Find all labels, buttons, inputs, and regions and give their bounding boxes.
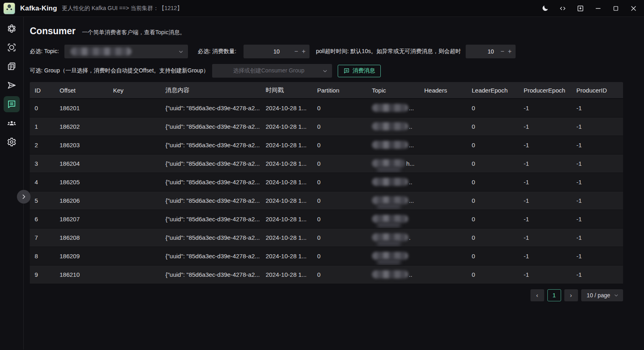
pagination-next-button[interactable]: › bbox=[564, 289, 578, 301]
cell-partition: 0 bbox=[312, 154, 367, 173]
pagination-page-1-button[interactable]: 1 bbox=[547, 289, 561, 301]
cell-leader-epoch: 0 bbox=[467, 99, 519, 117]
download-button[interactable] bbox=[574, 2, 587, 14]
cell-offset: 186210 bbox=[55, 265, 108, 284]
cell-producer-id: -1 bbox=[572, 99, 623, 117]
code-button[interactable] bbox=[556, 2, 569, 14]
topic-label: 必选: Topic: bbox=[30, 48, 59, 55]
cell-id: 9 bbox=[30, 265, 55, 284]
cell-offset: 186209 bbox=[55, 247, 108, 265]
titlebar: Kafka-King 更人性化的 Kafka GUI ==> 当前集群：【121… bbox=[0, 0, 644, 17]
close-button[interactable] bbox=[627, 2, 640, 14]
cell-producer-epoch: -1 bbox=[519, 191, 572, 210]
cell-partition: 0 bbox=[312, 173, 367, 191]
cell-timestamp: 2024-10-28 1... bbox=[261, 191, 312, 210]
poll-increment-button[interactable]: + bbox=[508, 48, 512, 55]
cell-producer-epoch: -1 bbox=[519, 117, 572, 136]
sidebar-item-settings[interactable] bbox=[4, 134, 20, 150]
count-increment-button[interactable]: + bbox=[302, 48, 305, 55]
cell-leader-epoch: 0 bbox=[467, 265, 519, 284]
sidebar-item-consumer[interactable] bbox=[4, 96, 20, 112]
download-icon bbox=[576, 4, 584, 12]
sidebar-item-cluster[interactable] bbox=[4, 21, 20, 37]
cell-leader-epoch: 0 bbox=[467, 210, 519, 228]
count-input[interactable]: 10 − + bbox=[244, 45, 310, 58]
cell-key bbox=[108, 265, 161, 284]
cell-producer-id: -1 bbox=[572, 136, 623, 154]
sidebar-expand-button[interactable] bbox=[17, 190, 31, 204]
topic-select[interactable] bbox=[64, 45, 188, 58]
column-header: Key bbox=[108, 82, 161, 99]
cell-id: 5 bbox=[30, 191, 55, 210]
maximize-button[interactable] bbox=[609, 2, 622, 14]
cell-id: 3 bbox=[30, 154, 55, 173]
sidebar-item-broker[interactable] bbox=[4, 39, 20, 56]
cell-id: 4 bbox=[30, 173, 55, 191]
minimize-icon bbox=[594, 4, 602, 12]
cell-leader-epoch: 0 bbox=[467, 117, 519, 136]
table-row[interactable]: 4186205{"uuid": "85d6a3ec-d39e-4278-a2..… bbox=[30, 173, 623, 191]
settings-icon bbox=[7, 137, 17, 147]
sidebar-item-topics[interactable] bbox=[4, 58, 20, 74]
consume-messages-button[interactable]: 消费消息 bbox=[338, 65, 381, 77]
cell-timestamp: 2024-10-28 1... bbox=[261, 173, 312, 191]
cell-topic bbox=[367, 247, 419, 265]
cell-key bbox=[108, 247, 161, 265]
consumer-form-row-1: 必选: Topic: 必选: 消费数量: 10 − + poll超时时间: 默认… bbox=[30, 45, 623, 58]
table-row[interactable]: 2186203{"uuid": "85d6a3ec-d39e-4278-a2..… bbox=[30, 136, 623, 154]
cell-topic: ... bbox=[367, 191, 419, 210]
count-label: 必选: 消费数量: bbox=[198, 48, 236, 55]
groups-icon bbox=[7, 118, 17, 128]
chevron-down-icon bbox=[178, 49, 184, 55]
cell-message: {"uuid": "85d6a3ec-d39e-4278-a2... bbox=[161, 173, 261, 191]
poll-decrement-button[interactable]: − bbox=[501, 48, 504, 55]
sidebar-item-producer[interactable] bbox=[4, 77, 20, 93]
cell-message: {"uuid": "85d6a3ec-d39e-4278-a2... bbox=[161, 210, 261, 228]
table-row[interactable]: 3186204{"uuid": "85d6a3ec-d39e-4278-a2..… bbox=[30, 154, 623, 173]
column-header: Headers bbox=[419, 82, 467, 99]
count-steppers: − + bbox=[294, 45, 305, 58]
cell-message: {"uuid": "85d6a3ec-d39e-4278-a2... bbox=[161, 99, 261, 117]
table-row[interactable]: 1186202{"uuid": "85d6a3ec-d39e-4278-a2..… bbox=[30, 117, 623, 136]
topic-redacted-value: ... bbox=[372, 196, 415, 204]
sidebar-item-groups[interactable] bbox=[4, 115, 20, 131]
dark-mode-toggle-button[interactable] bbox=[539, 2, 551, 14]
cell-partition: 0 bbox=[312, 136, 367, 154]
poll-timeout-input[interactable]: 10 − + bbox=[466, 45, 516, 58]
group-select[interactable]: 选择或创建Consumer Group bbox=[212, 64, 332, 78]
table-row[interactable]: 9186210{"uuid": "85d6a3ec-d39e-4278-a2..… bbox=[30, 265, 623, 284]
cell-id: 1 bbox=[30, 117, 55, 136]
titlebar-subtitle: 更人性化的 Kafka GUI ==> 当前集群：【1212】 bbox=[62, 5, 183, 12]
cell-producer-epoch: -1 bbox=[519, 247, 572, 265]
code-icon bbox=[559, 4, 567, 12]
minimize-button[interactable] bbox=[592, 2, 605, 14]
count-decrement-button[interactable]: − bbox=[294, 48, 298, 55]
topic-select-redacted-value bbox=[70, 47, 132, 56]
consumer-form-row-2: 可选: Group（一旦选择，消费时会自动提交Offset。支持创建新Group… bbox=[30, 64, 623, 78]
table-row[interactable]: 0186201{"uuid": "85d6a3ec-d39e-4278-a2..… bbox=[30, 99, 623, 117]
cell-id: 2 bbox=[30, 136, 55, 154]
cell-key bbox=[108, 136, 161, 154]
table-row[interactable]: 8186209{"uuid": "85d6a3ec-d39e-4278-a2..… bbox=[30, 247, 623, 265]
cell-headers bbox=[419, 136, 467, 154]
pagination-prev-button[interactable]: ‹ bbox=[530, 289, 544, 301]
close-icon bbox=[630, 4, 638, 12]
table-header: IDOffsetKey消息内容时间戳PartitionTopicHeadersL… bbox=[30, 82, 623, 99]
table-row[interactable]: 7186208{"uuid": "85d6a3ec-d39e-4278-a2..… bbox=[30, 228, 623, 247]
cell-partition: 0 bbox=[312, 117, 367, 136]
table-row[interactable]: 6186207{"uuid": "85d6a3ec-d39e-4278-a2..… bbox=[30, 210, 623, 228]
poll-timeout-value: 10 bbox=[487, 48, 494, 55]
cell-leader-epoch: 0 bbox=[467, 228, 519, 247]
consume-messages-label: 消费消息 bbox=[353, 67, 375, 74]
cell-timestamp: 2024-10-28 1... bbox=[261, 117, 312, 136]
cell-key bbox=[108, 173, 161, 191]
page-size-value: 10 / page bbox=[587, 292, 610, 299]
poll-timeout-label: poll超时时间: 默认10s。如异常或无可消费消息，则会超时 bbox=[316, 48, 461, 55]
cell-producer-id: -1 bbox=[572, 265, 623, 284]
table-row[interactable]: 5186206{"uuid": "85d6a3ec-d39e-4278-a2..… bbox=[30, 191, 623, 210]
cell-producer-id: -1 bbox=[572, 228, 623, 247]
cell-message: {"uuid": "85d6a3ec-d39e-4278-a2... bbox=[161, 228, 261, 247]
page-size-select[interactable]: 10 / page bbox=[581, 289, 623, 301]
cell-leader-epoch: 0 bbox=[467, 191, 519, 210]
cell-message: {"uuid": "85d6a3ec-d39e-4278-a2... bbox=[161, 191, 261, 210]
